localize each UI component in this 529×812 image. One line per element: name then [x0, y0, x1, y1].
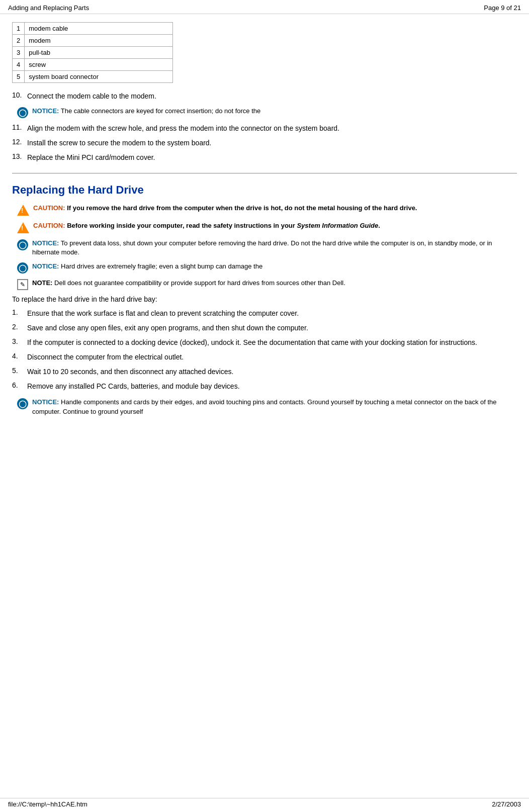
caution1-body: If you remove the hard drive from the co… [67, 204, 417, 212]
table-row-num: 4 [13, 59, 25, 71]
main-content: 1modem cable2modem3pull-tab4screw5system… [0, 14, 529, 441]
notice1-body: To prevent data loss, shut down your com… [32, 239, 492, 256]
table-row-num: 3 [13, 47, 25, 59]
replace-step-4: 4.Disconnect the computer from the elect… [12, 352, 517, 363]
note1-block: ✎ NOTE: Dell does not guarantee compatib… [17, 279, 517, 290]
table-row-label: modem [25, 35, 173, 47]
table-row-label: modem cable [25, 23, 173, 35]
section-divider [12, 173, 517, 173]
notice-cable-label: NOTICE: [32, 107, 59, 115]
notice1-label: NOTICE: [32, 239, 59, 247]
replace-step-1-num: 1. [12, 308, 27, 319]
caution1-icon [17, 204, 29, 216]
notice3-block: ◯ NOTICE: Handle components and cards by… [17, 398, 517, 416]
replace-step-6: 6.Remove any installed PC Cards, batteri… [12, 381, 517, 392]
note1-body: Dell does not guarantee compatibility or… [54, 279, 345, 287]
footer-file: file://C:\temp\~hh1CAE.htm [8, 800, 87, 808]
step-10-text: Connect the modem cable to the modem. [27, 91, 156, 102]
replace-step-2-text: Save and close any open files, exit any … [27, 323, 308, 333]
step-13: 13. Replace the Mini PCI card/modem cove… [12, 152, 517, 163]
replace-step-6-text: Remove any installed PC Cards, batteries… [27, 381, 240, 392]
notice-cable-block: ◯ NOTICE: The cable connectors are keyed… [17, 107, 517, 118]
table-row-label: system board connector [25, 71, 173, 83]
note1-label: NOTE: [32, 279, 52, 287]
intro-replace: To replace the hard drive in the hard dr… [12, 295, 517, 303]
notice-cable-body: The cable connectors are keyed for corre… [61, 107, 260, 115]
replace-step-1: 1.Ensure that the work surface is flat a… [12, 308, 517, 319]
page-info: Page 9 of 21 [484, 4, 521, 12]
notice-cable-text: NOTICE: The cable connectors are keyed f… [32, 107, 260, 116]
page-header: Adding and Replacing Parts Page 9 of 21 [0, 0, 529, 14]
note1-icon: ✎ [17, 279, 28, 290]
section-title: Replacing the Hard Drive [12, 184, 517, 197]
table-row: 4screw [13, 59, 173, 71]
notice2-label: NOTICE: [32, 262, 59, 270]
notice3-label: NOTICE: [32, 398, 59, 406]
caution1-label: CAUTION: [33, 204, 65, 212]
page-footer: file://C:\temp\~hh1CAE.htm 2/27/2003 [0, 798, 529, 808]
replace-step-5-text: Wait 10 to 20 seconds, and then disconne… [27, 367, 233, 377]
caution1-text: CAUTION: If you remove the hard drive fr… [33, 204, 417, 213]
caution2-label: CAUTION: [33, 222, 65, 229]
step-10-num: 10. [12, 91, 27, 102]
footer-date: 2/27/2003 [492, 800, 521, 808]
step-12: 12. Install the screw to secure the mode… [12, 138, 517, 148]
table-row: 3pull-tab [13, 47, 173, 59]
replace-step-3-text: If the computer is connected to a dockin… [27, 337, 477, 348]
replace-step-4-text: Disconnect the computer from the electri… [27, 352, 184, 363]
caution2-block: CAUTION: Before working inside your comp… [17, 221, 517, 234]
replace-steps: 1.Ensure that the work surface is flat a… [12, 308, 517, 392]
replace-step-5-num: 5. [12, 367, 27, 377]
replace-step-3-num: 3. [12, 337, 27, 348]
note1-text: NOTE: Dell does not guarantee compatibil… [32, 279, 345, 288]
table-row-label: screw [25, 59, 173, 71]
notice2-icon: ◯ [17, 262, 28, 274]
table-row-num: 2 [13, 35, 25, 47]
notice2-body: Hard drives are extremely fragile; even … [61, 262, 262, 270]
notice2-text: NOTICE: Hard drives are extremely fragil… [32, 262, 262, 271]
replace-step-2: 2.Save and close any open files, exit an… [12, 323, 517, 333]
notice1-block: ◯ NOTICE: To prevent data loss, shut dow… [17, 239, 517, 257]
step-13-num: 13. [12, 152, 27, 163]
notice-cable-icon: ◯ [17, 107, 28, 118]
replace-step-1-text: Ensure that the work surface is flat and… [27, 308, 299, 319]
table-row: 1modem cable [13, 23, 173, 35]
step-12-text: Install the screw to secure the modem to… [27, 138, 212, 148]
caution2-text: CAUTION: Before working inside your comp… [33, 221, 380, 230]
table-row-num: 1 [13, 23, 25, 35]
replace-step-6-num: 6. [12, 381, 27, 392]
step-13-text: Replace the Mini PCI card/modem cover. [27, 152, 155, 163]
step-11-num: 11. [12, 123, 27, 134]
caution2-icon [17, 222, 29, 234]
step-11: 11. Align the modem with the screw hole,… [12, 123, 517, 134]
page-title: Adding and Replacing Parts [8, 4, 89, 12]
caution1-block: CAUTION: If you remove the hard drive fr… [17, 204, 517, 216]
caution2-body: Before working inside your computer, rea… [67, 222, 380, 229]
notice3-body: Handle components and cards by their edg… [32, 398, 497, 415]
table-row-label: pull-tab [25, 47, 173, 59]
notice1-icon: ◯ [17, 239, 28, 250]
replace-step-5: 5.Wait 10 to 20 seconds, and then discon… [12, 367, 517, 377]
step-12-num: 12. [12, 138, 27, 148]
table-row: 5system board connector [13, 71, 173, 83]
replace-step-2-num: 2. [12, 323, 27, 333]
step-10: 10. Connect the modem cable to the modem… [12, 91, 517, 102]
step-11-text: Align the modem with the screw hole, and… [27, 123, 339, 134]
notice1-text: NOTICE: To prevent data loss, shut down … [32, 239, 517, 257]
table-row-num: 5 [13, 71, 25, 83]
notice3-text: NOTICE: Handle components and cards by t… [32, 398, 517, 416]
replace-step-3: 3.If the computer is connected to a dock… [12, 337, 517, 348]
notice3-icon: ◯ [17, 398, 28, 409]
notice2-block: ◯ NOTICE: Hard drives are extremely frag… [17, 262, 517, 274]
parts-table: 1modem cable2modem3pull-tab4screw5system… [12, 22, 173, 83]
table-row: 2modem [13, 35, 173, 47]
replace-step-4-num: 4. [12, 352, 27, 363]
